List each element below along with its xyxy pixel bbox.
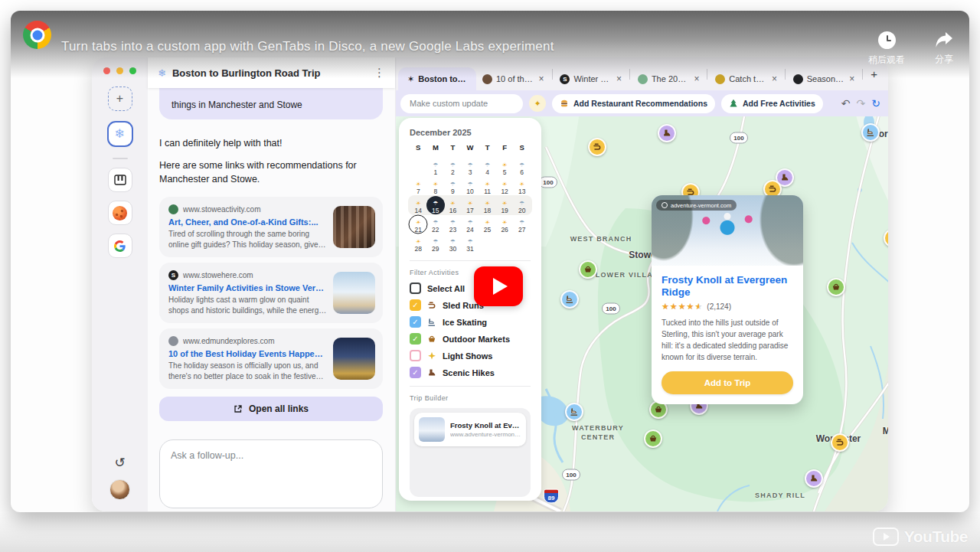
magic-wand-icon[interactable]: ✦ xyxy=(529,95,546,112)
tab-close-icon[interactable]: × xyxy=(694,73,699,84)
filter-label: Select All xyxy=(427,284,465,293)
calendar-day[interactable]: ☀11 xyxy=(479,176,496,195)
sidebar-item-piano-app[interactable] xyxy=(108,168,132,192)
map-marker-sled[interactable] xyxy=(831,433,849,452)
undo-button[interactable]: ↶ xyxy=(841,98,851,109)
tab-close-icon[interactable]: × xyxy=(616,73,622,84)
calendar-day[interactable]: ☂9 xyxy=(444,176,462,195)
sun-icon: ☀ xyxy=(502,201,508,207)
calendar-day[interactable]: ☂2 xyxy=(444,157,462,176)
map-marker-market[interactable] xyxy=(644,430,662,448)
map-marker-sled[interactable] xyxy=(588,138,606,156)
map-marker-market[interactable] xyxy=(827,278,845,296)
calendar-day[interactable]: ☂4 xyxy=(479,157,496,176)
calendar-day[interactable]: ☂24 xyxy=(462,214,479,234)
tab-close-icon[interactable]: × xyxy=(539,73,544,84)
link-card[interactable]: www.stoweactivity.comArt, Cheer, and One… xyxy=(159,197,383,257)
map-marker-market[interactable] xyxy=(579,260,597,279)
calendar-day[interactable]: ☀26 xyxy=(496,214,514,234)
tab-the-2025-hol[interactable]: The 2025 Hol× xyxy=(632,67,706,90)
maximize-window-button[interactable] xyxy=(129,67,136,74)
map-marker-hike[interactable] xyxy=(658,124,676,142)
toolbar-button-burger[interactable]: Add Restaurant Recommendations xyxy=(552,94,715,113)
calendar-day[interactable]: ☀21 xyxy=(410,214,427,234)
trip-map[interactable]: December 2025 SMTWTFS☂1☂2☂3☂4☀5☂6☀7☀8☂9☂… xyxy=(396,116,888,511)
followup-input[interactable] xyxy=(159,439,383,508)
calendar-day[interactable]: ☀14 xyxy=(410,195,427,214)
calendar-day[interactable]: ☂10 xyxy=(462,176,479,195)
new-gentab-button[interactable]: + xyxy=(108,87,132,111)
sidebar-item-google-app[interactable] xyxy=(108,234,132,258)
regenerate-button[interactable]: ↻ xyxy=(871,98,880,109)
calendar-day[interactable]: ☀19 xyxy=(496,195,514,214)
watch-later-button[interactable]: 稍后观看 xyxy=(868,31,905,67)
sun-icon: ☀ xyxy=(450,201,456,207)
tab-winter-family[interactable]: SWinter Family× xyxy=(554,67,628,90)
tab-boston-to-burlin[interactable]: ✶Boston to Burlin xyxy=(398,67,476,90)
filter-row-ice-skating[interactable]: ✓Ice Skating xyxy=(410,316,531,328)
sidebar-item-disco-app[interactable] xyxy=(108,201,132,225)
calendar-day[interactable]: ☀8 xyxy=(427,176,445,195)
link-card[interactable]: Swww.stowehere.comWinter Family Activiti… xyxy=(159,263,383,323)
calendar-day[interactable]: ☀16 xyxy=(444,195,462,214)
map-marker-hike[interactable] xyxy=(805,469,823,488)
checkbox[interactable]: ✓ xyxy=(410,299,421,311)
map-label: ore xyxy=(879,129,888,139)
custom-update-input[interactable] xyxy=(400,94,523,113)
calendar-day[interactable]: ☀12 xyxy=(496,176,514,195)
calendar-day[interactable]: ☂3 xyxy=(462,157,479,176)
calendar-day[interactable]: ☂6 xyxy=(513,157,531,176)
checkbox[interactable]: ✓ xyxy=(410,367,421,378)
calendar-day[interactable]: ☂29 xyxy=(427,234,445,253)
sun-icon: ☀ xyxy=(468,201,473,207)
calendar-day[interactable]: ☀7 xyxy=(410,176,427,195)
sidebar-item-roadtrip-app[interactable]: ❄ xyxy=(107,121,133,147)
calendar-day[interactable]: ☀13 xyxy=(513,176,531,195)
youtube-play-button[interactable] xyxy=(474,266,523,306)
tab-close-icon[interactable]: × xyxy=(772,73,777,84)
map-marker-skate[interactable] xyxy=(861,123,880,142)
calendar-day[interactable]: ☀5 xyxy=(496,157,514,176)
open-all-links-button[interactable]: Open all links xyxy=(159,397,383,421)
calendar-day[interactable]: ☀28 xyxy=(410,234,427,253)
checkbox[interactable]: ✓ xyxy=(410,316,421,328)
calendar-day[interactable]: ☂20 xyxy=(513,195,531,214)
new-tab-button[interactable]: + xyxy=(864,67,884,80)
close-window-button[interactable] xyxy=(103,67,110,74)
link-card[interactable]: www.edmundexplores.com10 of the Best Hol… xyxy=(159,328,383,389)
calendar-day[interactable]: ☂23 xyxy=(444,214,462,234)
user-avatar[interactable] xyxy=(109,479,130,500)
checkbox[interactable] xyxy=(410,283,421,294)
filter-row-scenic-hikes[interactable]: ✓Scenic Hikes xyxy=(410,367,531,378)
redo-button[interactable]: ↷ xyxy=(857,98,866,109)
calendar-day[interactable]: ☀25 xyxy=(479,214,496,234)
calendar-day[interactable]: ☀17 xyxy=(462,195,479,214)
chat-menu-button[interactable]: ⋮ xyxy=(374,66,385,80)
share-arrow-icon xyxy=(934,31,954,48)
calendar-day[interactable]: ☂15 xyxy=(427,195,445,214)
add-to-trip-button[interactable]: Add to Trip xyxy=(662,371,793,394)
calendar-day[interactable]: ☂30 xyxy=(444,234,462,253)
filter-row-light-shows[interactable]: Light Shows xyxy=(410,350,531,361)
filter-row-outdoor-markets[interactable]: ✓Outdoor Markets xyxy=(410,333,531,345)
history-button[interactable]: ↺ xyxy=(114,456,125,469)
calendar-day[interactable]: ☂22 xyxy=(427,214,445,234)
calendar-day[interactable]: ☀18 xyxy=(479,195,496,214)
checkbox[interactable] xyxy=(410,350,421,361)
trip-builder-card[interactable]: Frosty Knoll at Evergreen www.adventure-… xyxy=(414,413,526,446)
checkbox[interactable]: ✓ xyxy=(410,333,421,345)
sun-icon: ☀ xyxy=(485,181,490,188)
minimize-window-button[interactable] xyxy=(116,67,123,74)
share-button[interactable]: 分享 xyxy=(934,31,954,67)
map-marker-skate[interactable] xyxy=(565,403,583,421)
tab-catch-the-th[interactable]: Catch the Th× xyxy=(709,67,783,90)
calendar-day[interactable]: ☂31 xyxy=(462,234,479,253)
calendar-day[interactable]: ☂27 xyxy=(513,214,531,234)
toolbar-button-tree[interactable]: Add Free Activities xyxy=(721,94,823,113)
tab-close-icon[interactable]: × xyxy=(849,73,854,84)
tab-10-of-the-bes[interactable]: 10 of the Bes× xyxy=(476,67,550,90)
map-marker-skate[interactable] xyxy=(560,290,579,309)
route-shield: 100 xyxy=(730,132,748,144)
tab-season-2024[interactable]: Season 2024× xyxy=(787,67,861,90)
calendar-day[interactable]: ☂1 xyxy=(427,157,445,176)
